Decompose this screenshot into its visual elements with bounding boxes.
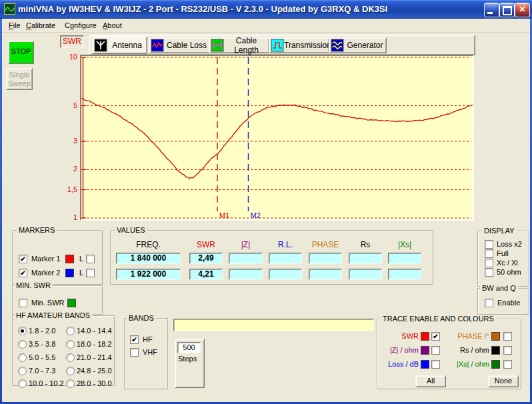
values-col-rl-row2-field[interactable] — [269, 269, 302, 280]
chart-marker-label-M2: M2 — [250, 211, 260, 219]
steps-panel: 500 Steps — [175, 339, 205, 388]
band-radio-10.0-10.2[interactable] — [18, 379, 27, 388]
transmission-icon — [271, 39, 284, 52]
trace-lossdb-label: Loss / dB — [359, 360, 419, 369]
trace-zohm-color-swatch[interactable] — [421, 346, 429, 355]
min-swr-label: Min. SWR — [31, 299, 65, 307]
band-radio-28.0-30.0[interactable] — [66, 379, 75, 388]
band-label-14.0-14.4: 14.0 - 14.4 — [77, 327, 112, 335]
trace-xsohm-label: |Xs| / ohm — [429, 360, 489, 369]
marker-1-lock-checkbox[interactable] — [86, 255, 95, 263]
band-radio-3.5-3.8[interactable] — [18, 340, 27, 349]
trace-swr-label: SWR — [359, 332, 419, 341]
menu-bar: FileCalibrateConfigureAbout — [2, 19, 530, 33]
values-col-swr-row1-field[interactable]: 2,49 — [189, 253, 223, 264]
trace-rsohm-label: Rs / ohm — [429, 346, 489, 355]
title-bar[interactable]: miniVNA by IW3HEV & IW3IJZ - 2 Port - RS… — [0, 0, 532, 19]
values-col-xs-row1-field[interactable] — [388, 253, 421, 264]
values-col-freq-row2-field[interactable]: 1 922 000 — [116, 269, 181, 280]
trace-rsohm-checkbox[interactable] — [503, 346, 512, 355]
values-col-phase-header: PHASE — [309, 241, 342, 249]
tab-bar: AntennaCable LossCable LengthTransmissio… — [89, 35, 475, 55]
trace-phase-checkbox[interactable] — [503, 332, 512, 341]
menu-item-about[interactable]: About — [100, 21, 125, 30]
steps-input[interactable]: 500 — [177, 342, 201, 353]
values-group-title: VALUES — [115, 226, 147, 234]
marker-1-checkbox[interactable]: ✔ — [19, 255, 27, 263]
trace-lossdb-color-swatch[interactable] — [421, 360, 429, 369]
values-col-z-row2-field[interactable] — [229, 269, 263, 280]
values-col-rs-row2-field[interactable] — [349, 269, 382, 280]
marker-2-lock-checkbox[interactable] — [86, 269, 95, 277]
values-col-rs-row1-field[interactable] — [349, 253, 382, 264]
display-50ohm-checkbox[interactable] — [485, 268, 493, 277]
values-col-xs-row2-field[interactable] — [388, 269, 421, 280]
stop-button[interactable]: STOP — [8, 41, 34, 64]
markers-group: MARKERS ✔Marker 1L✔Marker 2L — [12, 230, 103, 285]
display-lossx2-checkbox[interactable] — [485, 240, 493, 249]
values-col-rl-row1-field[interactable] — [269, 253, 302, 264]
bands-group-title: BANDS — [127, 314, 156, 322]
band-radio-24.8-25.0[interactable] — [66, 367, 75, 375]
band-radio-14.0-14.4[interactable] — [66, 327, 75, 335]
marker-1-color-swatch[interactable] — [65, 255, 74, 263]
values-col-freq-row1-field[interactable]: 1 840 000 — [116, 253, 181, 264]
single-sweep-button[interactable]: Single Sweep — [6, 68, 33, 90]
values-col-freq-header: FREQ. — [116, 241, 181, 249]
close-button[interactable]: ✕ — [515, 3, 530, 17]
display-full-checkbox[interactable] — [485, 249, 493, 258]
values-col-phase-row2-field[interactable] — [309, 269, 342, 280]
trace-group-title: TRACE ENABLE AND COLOURS — [381, 315, 496, 323]
trace-none-button[interactable]: None — [488, 375, 519, 387]
maximize-button[interactable] — [499, 3, 515, 17]
swr-chart[interactable]: M1M2 — [80, 55, 474, 221]
min-swr-checkbox[interactable] — [19, 299, 27, 307]
tab-antenna[interactable]: Antenna — [92, 36, 147, 54]
menu-item-calibrate[interactable]: Calibrate — [23, 21, 58, 30]
menu-item-file[interactable]: File — [6, 21, 23, 30]
trace-all-button[interactable]: All — [415, 375, 446, 387]
marker-2-color-swatch[interactable] — [65, 269, 74, 277]
band-label-24.8-25.0: 24.8 - 25.0 — [77, 367, 112, 375]
trace-rsohm-color-swatch[interactable] — [491, 346, 500, 355]
bands-vhf-checkbox[interactable] — [130, 348, 139, 357]
menu-item-configure[interactable]: Configure — [62, 21, 99, 30]
bands-hf-checkbox[interactable]: ✔ — [130, 335, 139, 344]
trace-swr-color-swatch[interactable] — [421, 332, 429, 341]
hf-bands-group: HF AMATEUR BANDS 1.8 - 2.03.5 - 3.85.0 -… — [12, 315, 115, 386]
values-group: VALUES FREQ.1 840 0001 922 000SWR2,494,2… — [110, 230, 433, 285]
display-group-title: DISPLAY — [482, 227, 517, 235]
band-radio-5.0-5.5[interactable] — [18, 353, 27, 362]
values-col-phase-row1-field[interactable] — [309, 253, 342, 264]
band-radio-21.0-21.4[interactable] — [66, 353, 75, 362]
bands-group: BANDS ✔HFVHF — [124, 318, 168, 389]
tab-cable-length[interactable]: Cable Length — [209, 37, 269, 53]
antenna-icon — [94, 39, 107, 52]
min-swr-color-swatch[interactable] — [67, 299, 76, 307]
values-col-z-row1-field[interactable] — [229, 253, 263, 264]
generator-icon — [331, 39, 344, 52]
trace-phase-color-swatch[interactable] — [491, 332, 500, 341]
display-lossx2-label: Loss x2 — [497, 240, 522, 249]
sweep-message-field[interactable] — [173, 319, 374, 331]
values-col-rl-header: R.L. — [269, 241, 302, 249]
trace-xsohm-checkbox[interactable] — [503, 360, 512, 369]
tab-transmission[interactable]: Transmission — [269, 37, 329, 53]
band-radio-7.0-7.3[interactable] — [18, 367, 27, 375]
marker-2-checkbox[interactable]: ✔ — [19, 269, 27, 277]
band-radio-1.8-2.0-dot — [21, 329, 24, 333]
cable-loss-icon — [151, 39, 164, 52]
marker-1-lock-label: L — [79, 255, 83, 263]
tab-generator[interactable]: Generator — [329, 37, 387, 53]
values-col-swr-row2-field[interactable]: 4,21 — [189, 269, 223, 280]
trace-xsohm-color-swatch[interactable] — [491, 360, 500, 369]
tab-cable-loss[interactable]: Cable Loss — [149, 37, 210, 53]
display-50ohm-label: 50 ohm — [497, 268, 521, 277]
bwq-enable-checkbox[interactable] — [485, 299, 493, 307]
display-xcxl-checkbox[interactable] — [485, 259, 493, 267]
minimize-button[interactable] — [484, 3, 499, 17]
y-tick-label-1: 1 — [57, 213, 77, 222]
values-col-z-header: |Z| — [229, 241, 263, 249]
band-radio-1.8-2.0[interactable] — [18, 327, 27, 335]
band-radio-18.0-18.2[interactable] — [66, 340, 75, 349]
